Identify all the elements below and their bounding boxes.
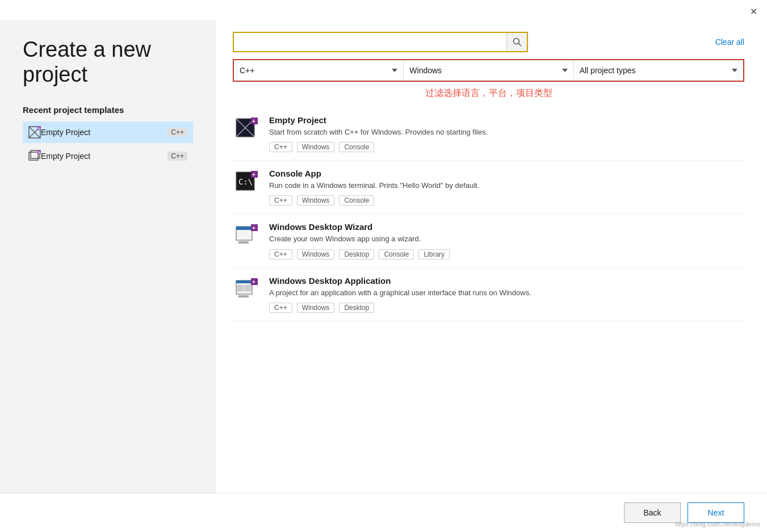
template-info-1: Console App Run code in a Windows termin… — [269, 169, 744, 206]
template-tags-0: C++ Windows Console — [269, 142, 744, 152]
template-list: + Empty Project Start from scratch with … — [233, 107, 744, 481]
svg-rect-26 — [236, 280, 252, 283]
template-desc-2: Create your own Windows app using a wiza… — [269, 234, 744, 244]
template-tags-1: C++ Windows Console — [269, 195, 744, 206]
filter-row: C++ All languages C# Python Windows All … — [233, 59, 744, 82]
svg-text:+: + — [252, 279, 255, 285]
left-panel: Create a new project Recent project temp… — [0, 20, 216, 493]
svg-text:C:\: C:\ — [238, 177, 253, 186]
recent-label: Recent project templates — [23, 105, 193, 115]
tag-3-2: Desktop — [339, 303, 374, 313]
template-item-3[interactable]: + Windows Desktop Application A project … — [233, 268, 744, 321]
recent-item-tag-0: C++ — [167, 128, 187, 137]
template-info-0: Empty Project Start from scratch with C+… — [269, 115, 744, 152]
platform-filter[interactable]: Windows All platforms Linux macOS — [404, 60, 573, 81]
tag-3-0: C++ — [269, 303, 292, 313]
empty-project-icon-0: + — [28, 126, 41, 139]
svg-text:+: + — [252, 225, 255, 231]
tag-2-0: C++ — [269, 249, 292, 259]
recent-item-tag-1: C++ — [167, 152, 187, 161]
svg-rect-21 — [236, 227, 252, 230]
title-bar: ✕ — [0, 0, 767, 20]
svg-text:+: + — [38, 150, 40, 154]
template-tags-2: C++ Windows Desktop Console Library — [269, 249, 744, 259]
template-name-2: Windows Desktop Wizard — [269, 222, 744, 232]
tag-1-2: Console — [339, 195, 374, 206]
recent-item-name-0: Empty Project — [41, 128, 167, 137]
right-panel: Clear all C++ All languages C# Python Wi… — [216, 20, 767, 493]
tag-2-1: Windows — [297, 249, 335, 259]
template-desc-3: A project for an application with a grap… — [269, 288, 744, 298]
recent-item-name-1: Empty Project — [41, 152, 167, 161]
template-icon-wrap-0: + — [233, 115, 260, 143]
tag-0-1: Windows — [297, 142, 335, 152]
empty-project-icon-1: + — [28, 150, 41, 162]
search-box — [233, 32, 528, 52]
template-name-0: Empty Project — [269, 115, 744, 125]
search-button[interactable] — [506, 33, 527, 51]
svg-rect-22 — [238, 241, 249, 244]
console-app-template-icon: C:\ + — [235, 171, 258, 194]
svg-line-10 — [518, 44, 521, 47]
tag-0-2: Console — [339, 142, 374, 152]
back-button[interactable]: Back — [624, 502, 681, 523]
search-icon — [513, 37, 522, 47]
empty-project-template-icon: + — [235, 118, 258, 140]
recent-item-0[interactable]: + Empty Project C++ — [23, 122, 193, 143]
svg-rect-28 — [245, 285, 251, 291]
svg-text:+: + — [38, 127, 40, 131]
clear-all-button[interactable]: Clear all — [715, 37, 744, 47]
tag-2-3: Console — [379, 249, 414, 259]
template-name-3: Windows Desktop Application — [269, 276, 744, 286]
search-row: Clear all — [233, 32, 744, 52]
next-button[interactable]: Next — [688, 502, 744, 523]
tag-2-4: Library — [418, 249, 450, 259]
filter-annotation: 过滤选择语言，平台，项目类型 — [233, 87, 744, 99]
desktop-app-template-icon: + — [235, 278, 258, 301]
svg-text:+: + — [252, 171, 255, 178]
template-tags-3: C++ Windows Desktop — [269, 303, 744, 313]
search-input[interactable] — [234, 33, 506, 51]
template-item-2[interactable]: + Windows Desktop Wizard Create your own… — [233, 214, 744, 267]
template-icon-wrap-3: + — [233, 276, 260, 303]
svg-rect-27 — [237, 285, 244, 291]
desktop-wizard-template-icon: + — [235, 224, 258, 247]
template-icon-wrap-2: + — [233, 222, 260, 249]
tag-1-0: C++ — [269, 195, 292, 206]
svg-point-9 — [513, 39, 519, 44]
project-type-filter[interactable]: All project types Console Desktop Librar… — [574, 60, 743, 81]
language-filter[interactable]: C++ All languages C# Python — [234, 60, 404, 81]
template-icon-wrap-1: C:\ + — [233, 169, 260, 196]
template-desc-0: Start from scratch with C++ for Windows.… — [269, 127, 744, 137]
tag-3-1: Windows — [297, 303, 335, 313]
template-desc-1: Run code in a Windows terminal. Prints "… — [269, 181, 744, 191]
page-title: Create a new project — [23, 37, 193, 87]
template-item-1[interactable]: C:\ + Console App Run code in a Windows … — [233, 161, 744, 214]
svg-text:+: + — [252, 118, 255, 124]
svg-rect-29 — [238, 295, 249, 298]
template-item-0[interactable]: + Empty Project Start from scratch with … — [233, 107, 744, 161]
tag-1-1: Windows — [297, 195, 335, 206]
close-button[interactable]: ✕ — [747, 5, 760, 18]
tag-0-0: C++ — [269, 142, 292, 152]
watermark: https://blog.csdn.net/blogdemo — [675, 521, 760, 527]
footer: Back Next — [0, 493, 767, 532]
create-project-dialog: ✕ Create a new project Recent project te… — [0, 0, 767, 532]
template-name-1: Console App — [269, 169, 744, 178]
template-info-3: Windows Desktop Application A project fo… — [269, 276, 744, 313]
content-area: Create a new project Recent project temp… — [0, 20, 767, 493]
tag-2-2: Desktop — [339, 249, 374, 259]
template-info-2: Windows Desktop Wizard Create your own W… — [269, 222, 744, 259]
recent-item-1[interactable]: + Empty Project C++ — [23, 145, 193, 167]
